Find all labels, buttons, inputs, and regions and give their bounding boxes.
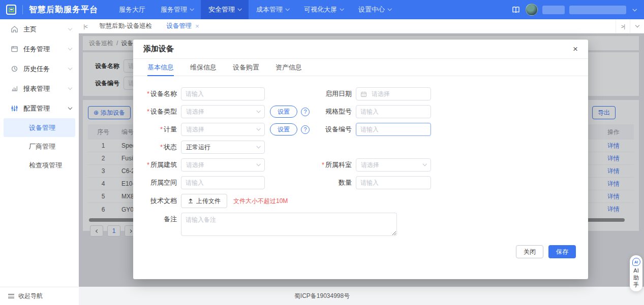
measure-select[interactable]: 请选择 <box>181 123 265 136</box>
device-name-input[interactable] <box>181 87 265 100</box>
modal-tab-maintenance-info[interactable]: 维保信息 <box>190 59 217 76</box>
building-select[interactable]: 请选择 <box>181 158 265 172</box>
modal-save-button[interactable]: 保存 <box>548 245 576 258</box>
user-menu-caret-icon[interactable] <box>632 7 636 11</box>
chevron-down-icon <box>190 7 194 11</box>
app-logo-icon <box>6 5 16 15</box>
chevron-down-icon <box>237 7 241 11</box>
collapse-nav-button[interactable]: 收起导航 <box>0 287 79 305</box>
device-no-input[interactable] <box>356 123 431 136</box>
menu-item-visual-screen[interactable]: 可视化大屏 <box>296 0 351 19</box>
sidebar-item-report-mgmt[interactable]: 报表管理 <box>0 79 79 98</box>
quantity-input[interactable] <box>356 176 431 189</box>
main-menu: 服务大厅 服务管理 安全管理 成本管理 可视化大屏 设置中心 <box>111 0 398 19</box>
sidebar-item-home[interactable]: 主页 <box>0 19 79 39</box>
calendar-icon <box>360 91 367 97</box>
modal-tab-purchase-info[interactable]: 设备购置 <box>233 59 259 76</box>
space-input[interactable] <box>181 176 265 189</box>
building-label: *所属建筑 <box>143 158 177 172</box>
device-type-label: *设备类型 <box>143 105 177 118</box>
sidebar-item-config-mgmt[interactable]: 配置管理 <box>0 98 79 118</box>
sidebar-subitem-device-mgmt[interactable]: 设备管理 <box>4 118 75 137</box>
menu-item-service-mgmt[interactable]: 服务管理 <box>153 0 201 19</box>
department-label: *所属科室 <box>312 158 352 172</box>
menu-item-service-hall[interactable]: 服务大厅 <box>111 0 153 19</box>
icp-text: 蜀ICP备19034998号 <box>294 292 350 300</box>
menu-item-security-mgmt[interactable]: 安全管理 <box>201 0 249 19</box>
chevron-down-icon <box>387 7 391 11</box>
redacted-username-block <box>542 6 565 14</box>
help-icon[interactable]: ? <box>301 108 310 116</box>
device-type-select[interactable]: 请选择 <box>181 105 265 118</box>
close-tab-icon[interactable]: × <box>195 22 199 30</box>
chevron-down-icon <box>340 7 344 11</box>
enable-date-label: 启用日期 <box>312 87 352 100</box>
redacted-org-block <box>569 6 626 14</box>
tab-device-mgmt[interactable]: 设备管理× <box>159 19 206 33</box>
tech-doc-label: 技术文档 <box>143 194 177 208</box>
page-footer: 蜀ICP备19034998号 <box>0 287 644 305</box>
chevron-icon <box>68 26 72 30</box>
tab-list-dropdown-icon[interactable] <box>630 19 644 33</box>
report-icon <box>10 85 18 93</box>
config-icon <box>10 105 18 113</box>
modal-tab-basic-info[interactable]: 基本信息 <box>147 59 174 76</box>
sidebar-item-history-tasks[interactable]: 历史任务 <box>0 59 79 79</box>
device-type-settings-button[interactable]: 设置 <box>270 106 297 118</box>
tab-device-inspection[interactable]: 智慧后勤-设备巡检 <box>92 19 159 33</box>
measure-settings-button[interactable]: 设置 <box>270 123 297 135</box>
remark-textarea[interactable] <box>181 213 397 236</box>
page-tab-bar: |< 智慧后勤-设备巡检 设备管理× >| <box>79 19 644 33</box>
chevron-icon <box>68 86 72 90</box>
modal-close-icon[interactable]: × <box>573 45 578 53</box>
history-icon <box>10 65 18 73</box>
top-navbar: 智慧后勤服务平台 服务大厅 服务管理 安全管理 成本管理 可视化大屏 设置中心 <box>0 0 644 19</box>
chevron-icon <box>68 66 72 70</box>
space-label: 所属空间 <box>143 176 177 189</box>
sidebar-nav: 主页 任务管理 历史任务 报表管理 配置管理 设备管理 厂商管理 检查项管理 <box>0 19 79 287</box>
ai-assistant-button[interactable]: AI AI 助 手 <box>630 255 642 291</box>
scroll-tabs-right-icon[interactable]: >| <box>616 19 630 33</box>
upload-size-hint: 文件大小不超过10M <box>233 194 288 208</box>
divider <box>22 5 23 14</box>
device-no-label: 设备编号 <box>312 123 352 136</box>
enable-date-picker[interactable]: 请选择 <box>356 87 431 100</box>
quantity-label: 数量 <box>312 176 352 189</box>
spec-model-label: 规格型号 <box>312 105 352 118</box>
device-name-label: *设备名称 <box>143 87 177 100</box>
upload-icon <box>188 198 194 204</box>
department-select[interactable]: 请选择 <box>356 158 431 172</box>
collapse-nav-icon <box>8 294 14 298</box>
tasks-icon <box>10 45 18 53</box>
add-device-modal: 添加设备 × 基本信息 维保信息 设备购置 资产信息 *设备名称 启用日期 请选… <box>133 40 588 279</box>
remark-label: 备注 <box>143 213 177 226</box>
modal-title: 添加设备 <box>143 44 174 54</box>
sidebar-item-task-mgmt[interactable]: 任务管理 <box>0 39 79 59</box>
status-label: *状态 <box>143 141 177 154</box>
sidebar-subitem-vendor-mgmt[interactable]: 厂商管理 <box>4 137 75 156</box>
scroll-tabs-left-icon[interactable]: |< <box>79 23 92 29</box>
status-select[interactable]: 正常运行 <box>181 141 265 154</box>
measure-label: *计量 <box>143 123 177 136</box>
menu-item-settings-center[interactable]: 设置中心 <box>351 0 398 19</box>
modal-tab-asset-info[interactable]: 资产信息 <box>275 59 302 76</box>
chevron-down-icon <box>285 7 289 11</box>
handbook-icon[interactable] <box>511 5 521 15</box>
modal-close-button[interactable]: 关闭 <box>516 245 543 258</box>
spec-model-input[interactable] <box>356 105 431 118</box>
chevron-icon <box>68 46 72 50</box>
chevron-down-icon <box>68 106 72 110</box>
help-icon[interactable]: ? <box>301 125 310 134</box>
upload-file-button[interactable]: 上传文件 <box>181 194 227 208</box>
home-icon <box>10 25 18 33</box>
app-title: 智慧后勤服务平台 <box>29 5 98 15</box>
ai-icon: AI <box>632 258 640 266</box>
menu-item-cost-mgmt[interactable]: 成本管理 <box>249 0 296 19</box>
sidebar-subitem-checkitem-mgmt[interactable]: 检查项管理 <box>4 156 75 175</box>
user-avatar[interactable] <box>526 4 538 16</box>
